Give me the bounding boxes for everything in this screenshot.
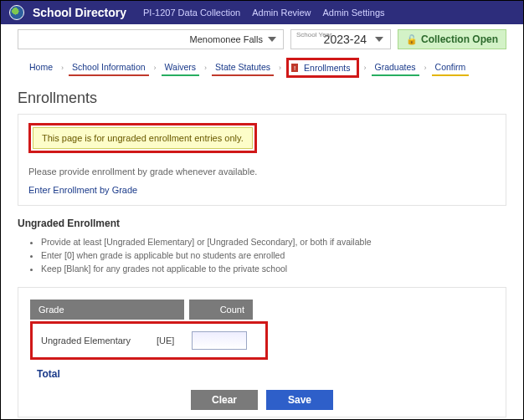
instruction-text: Please provide enrollment by grade whene… bbox=[28, 166, 496, 177]
logo-icon bbox=[9, 5, 24, 20]
status-text: Collection Open bbox=[421, 33, 498, 45]
page-title: Enrollments bbox=[18, 90, 506, 107]
chevron-right-icon: › bbox=[424, 64, 427, 72]
nav-link-review[interactable]: Admin Review bbox=[252, 8, 311, 18]
nav-link-collection[interactable]: PI-1207 Data Collection bbox=[143, 8, 240, 18]
crumb-statutes[interactable]: State Statutes bbox=[212, 60, 274, 75]
crumb-enrollments[interactable]: Enrollments bbox=[301, 61, 353, 74]
bullet-item: Enter [0] when grade is applicable but n… bbox=[41, 249, 506, 263]
chevron-right-icon: › bbox=[364, 64, 367, 72]
year-label: School Year bbox=[296, 31, 332, 38]
crumb-school-info[interactable]: School Information bbox=[69, 60, 149, 75]
crumb-waivers[interactable]: Waivers bbox=[162, 60, 200, 75]
enrollment-table: Grade Count Ungraded Elementary [UE] Tot… bbox=[18, 287, 506, 417]
crumb-confirm[interactable]: Confirm bbox=[432, 60, 470, 75]
district-value: Menomonee Falls bbox=[190, 34, 263, 44]
ungraded-only-banner: This page is for ungraded enrollment ent… bbox=[33, 127, 253, 149]
clear-button[interactable]: Clear bbox=[191, 390, 258, 410]
nav-link-settings[interactable]: Admin Settings bbox=[323, 8, 385, 18]
bullet-item: Provide at least [Ungraded Elementary] o… bbox=[41, 236, 506, 249]
save-button[interactable]: Save bbox=[266, 390, 333, 410]
table-header: Grade Count bbox=[30, 300, 494, 320]
count-input[interactable] bbox=[192, 331, 247, 350]
grade-code: [UE] bbox=[157, 335, 187, 346]
highlight-banner: This page is for ungraded enrollment ent… bbox=[28, 123, 257, 153]
table-row: Ungraded Elementary [UE] bbox=[34, 326, 264, 355]
section-heading: Ungraded Enrollment bbox=[18, 218, 506, 229]
unlock-icon: 🔓 bbox=[406, 34, 418, 45]
chevron-down-icon bbox=[375, 37, 383, 42]
chevron-right-icon: › bbox=[279, 64, 281, 72]
highlight-row: Ungraded Elementary [UE] bbox=[30, 321, 268, 360]
chevron-right-icon: › bbox=[204, 64, 207, 72]
year-dropdown[interactable]: School Year 2023-24 bbox=[290, 29, 391, 49]
crumb-home[interactable]: Home bbox=[26, 60, 56, 75]
col-count: Count bbox=[189, 300, 253, 320]
crumb-graduates[interactable]: Graduates bbox=[372, 60, 419, 75]
col-grade: Grade bbox=[30, 300, 184, 320]
info-panel: This page is for ungraded enrollment ent… bbox=[18, 114, 506, 206]
breadcrumb: Home › School Information › Waivers › St… bbox=[1, 54, 523, 85]
bullet-item: Keep [Blank] for any grades not applicab… bbox=[41, 263, 506, 276]
highlight-enrollments: ! Enrollments bbox=[286, 58, 358, 78]
enter-by-grade-link[interactable]: Enter Enrollment by Grade bbox=[28, 185, 496, 195]
chevron-down-icon bbox=[268, 37, 276, 42]
total-row: Total bbox=[30, 363, 494, 382]
collection-status-badge: 🔓 Collection Open bbox=[398, 29, 506, 49]
chevron-right-icon: › bbox=[61, 64, 64, 72]
top-navbar: School Directory PI-1207 Data Collection… bbox=[1, 1, 523, 24]
grade-name: Ungraded Elementary bbox=[34, 335, 152, 346]
brand-title: School Directory bbox=[33, 6, 126, 19]
instruction-list: Provide at least [Ungraded Elementary] o… bbox=[41, 236, 506, 275]
button-row: Clear Save bbox=[30, 382, 494, 410]
chevron-right-icon: › bbox=[154, 64, 157, 72]
alert-icon: ! bbox=[291, 64, 298, 72]
filter-bar: Menomonee Falls School Year 2023-24 🔓 Co… bbox=[1, 24, 523, 54]
district-dropdown[interactable]: Menomonee Falls bbox=[18, 29, 284, 49]
